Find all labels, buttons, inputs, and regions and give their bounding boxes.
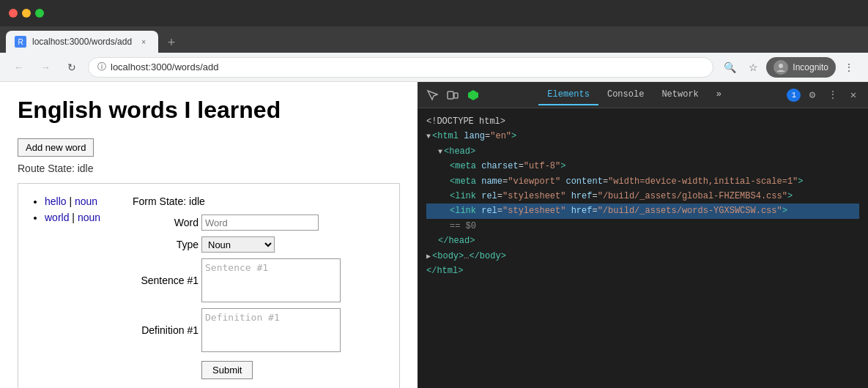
notification-badge: 1 — [787, 89, 801, 102]
word-input[interactable] — [201, 214, 319, 231]
maximize-button[interactable] — [35, 9, 44, 18]
incognito-label: Incognito — [793, 62, 828, 72]
lock-icon: ⓘ — [97, 61, 106, 73]
svg-rect-2 — [454, 93, 458, 98]
tab-network[interactable]: Network — [653, 85, 707, 105]
word-link-hello[interactable]: hello — [45, 195, 67, 207]
code-line: <meta charset="utf-8"> — [426, 159, 859, 174]
device-toolbar-icon[interactable] — [444, 86, 461, 104]
sentence-input[interactable] — [201, 258, 341, 302]
browser-tab[interactable]: R localhost:3000/words/add × — [6, 31, 158, 53]
tab-console[interactable]: Console — [598, 85, 653, 105]
sentence-row: Sentence #1 — [133, 258, 387, 302]
code-line: </html> — [426, 264, 859, 278]
type-link-world[interactable]: noun — [78, 212, 100, 223]
search-icon[interactable]: 🔍 — [719, 57, 740, 78]
separator: | — [72, 212, 78, 223]
tab-close-button[interactable]: × — [138, 36, 149, 48]
close-button[interactable] — [9, 9, 18, 18]
more-menu-button[interactable]: ⋮ — [839, 57, 859, 78]
tab-favicon: R — [15, 36, 26, 48]
incognito-icon — [774, 60, 788, 75]
inspect-element-icon[interactable] — [423, 86, 441, 104]
definition-input[interactable] — [201, 308, 341, 352]
svg-rect-1 — [448, 92, 453, 99]
url-text: localhost:3000/words/add — [111, 61, 218, 72]
devtools-content: <!DOCTYPE html> <html lang="en"> <head> … — [418, 108, 868, 388]
browser-actions: 🔍 ☆ Incognito ⋮ — [719, 57, 859, 78]
forward-button[interactable]: → — [35, 57, 56, 78]
type-select[interactable]: Noun Verb Adjective — [201, 236, 275, 253]
form-state: Form State: idle — [133, 195, 387, 207]
more-options-icon[interactable]: ⋮ — [824, 86, 842, 104]
code-line: == $0 — [426, 219, 859, 234]
list-item: world | noun — [45, 212, 118, 223]
back-button[interactable]: ← — [9, 57, 29, 78]
new-tab-button[interactable]: + — [161, 32, 182, 53]
submit-button[interactable]: Submit — [201, 361, 253, 379]
address-bar: ← → ↻ ⓘ localhost:3000/words/add 🔍 ☆ Inc… — [0, 53, 868, 82]
tab-elements[interactable]: Elements — [538, 85, 598, 105]
minimize-button[interactable] — [22, 9, 31, 18]
code-line: <head> — [426, 144, 859, 159]
traffic-lights — [9, 9, 44, 18]
code-line: <html lang="en"> — [426, 129, 859, 143]
page-title: English words I learned — [18, 97, 400, 124]
code-line highlighted: <link rel="stylesheet" href="/build/_ass… — [426, 204, 859, 218]
code-line: <!DOCTYPE html> — [426, 114, 859, 129]
list-item: hello | noun — [45, 195, 118, 207]
definition-row: Definition #1 — [133, 308, 387, 352]
code-line: <body>…</body> — [426, 249, 859, 264]
devtools-tab-bar: Elements Console Network » 1 ⚙ ⋮ ✕ — [418, 82, 868, 108]
add-word-button[interactable]: Add new word — [18, 138, 94, 157]
word-form: Form State: idle Word Type Noun Verb Adj… — [133, 195, 387, 379]
type-link-hello[interactable]: noun — [75, 195, 97, 207]
tab-more[interactable]: » — [708, 85, 730, 105]
extensions-icon[interactable] — [464, 86, 482, 104]
content-area: English words I learned Add new word Rou… — [0, 82, 868, 388]
separator: | — [69, 195, 75, 207]
incognito-button[interactable]: Incognito — [766, 57, 836, 78]
type-label: Type — [133, 239, 199, 250]
word-link-world[interactable]: world — [45, 212, 69, 223]
code-line: <meta name="viewport" content="width=dev… — [426, 174, 859, 189]
webpage: English words I learned Add new word Rou… — [0, 82, 418, 388]
close-devtools-icon[interactable]: ✕ — [845, 86, 862, 104]
definition-label: Definition #1 — [133, 324, 199, 336]
svg-marker-3 — [468, 90, 478, 100]
svg-point-0 — [779, 64, 783, 68]
tab-title: localhost:3000/words/add — [32, 37, 132, 47]
word-list: hello | noun world | noun — [30, 195, 118, 379]
code-line: </head> — [426, 234, 859, 248]
settings-icon[interactable]: ⚙ — [804, 86, 821, 104]
code-line: <link rel="stylesheet" href="/build/_ass… — [426, 189, 859, 204]
route-state: Route State: idle — [18, 163, 400, 174]
word-label: Word — [133, 217, 199, 228]
devtools-right-actions: 1 ⚙ ⋮ ✕ — [787, 86, 862, 104]
refresh-button[interactable]: ↻ — [62, 57, 82, 78]
main-content: hello | noun world | noun Form State: — [18, 183, 400, 388]
bookmark-icon[interactable]: ☆ — [743, 57, 763, 78]
url-bar[interactable]: ⓘ localhost:3000/words/add — [88, 57, 713, 78]
devtools-icons — [423, 86, 482, 104]
devtools-panel: Elements Console Network » 1 ⚙ ⋮ ✕ <!DOC… — [418, 82, 868, 388]
tab-bar: R localhost:3000/words/add × + — [0, 26, 868, 53]
type-row: Type Noun Verb Adjective — [133, 236, 387, 253]
word-row: Word — [133, 214, 387, 231]
title-bar — [0, 0, 868, 26]
sentence-label: Sentence #1 — [133, 275, 199, 286]
